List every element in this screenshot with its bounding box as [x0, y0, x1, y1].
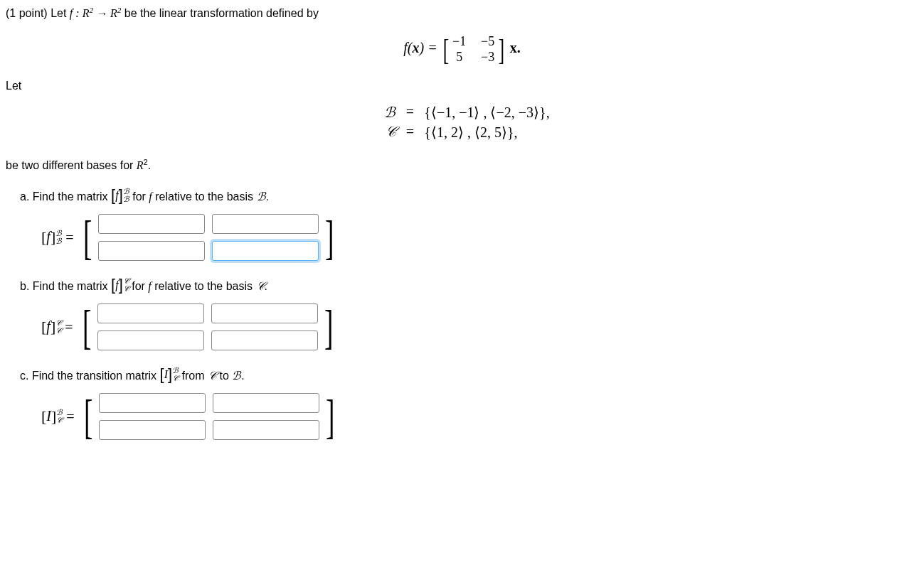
part-c-text: c. Find the transition matrix [I]ℬ𝒞 from…: [20, 365, 918, 384]
part-a-label: [f]ℬℬ =: [41, 228, 74, 247]
intro-text2: be the linear transformation defined by: [124, 7, 319, 19]
footer-text: be two different bases for R2.: [6, 158, 918, 172]
part-a-text: a. Find the matrix [f]ℬℬ for f relative …: [20, 186, 918, 205]
input-c-11[interactable]: [99, 393, 206, 413]
m-a21: 5: [451, 50, 468, 65]
m-a12: −5: [479, 34, 496, 50]
problem-intro: (1 point) Let f : R2 → R2 be the linear …: [6, 6, 918, 20]
right-bracket-c: ]: [326, 392, 334, 441]
input-c-12[interactable]: [213, 393, 319, 413]
let-label: Let: [6, 80, 918, 92]
matrix-2x2: [ −1 −5 5 −3 ]: [441, 34, 506, 65]
part-c-matrix-input: [I]ℬ𝒞 = [ ]: [41, 392, 918, 441]
right-bracket-a: ]: [325, 213, 334, 262]
basis-c-set: {⟨1, 2⟩ , ⟨2, 5⟩},: [424, 124, 517, 141]
input-c-21[interactable]: [99, 420, 206, 440]
intro-text1: Let: [51, 7, 70, 19]
fx-suffix: x.: [510, 41, 521, 56]
eq-sign-b: =: [395, 104, 424, 120]
points-label: (1 point): [6, 7, 48, 19]
fx-label: f(x) =: [403, 41, 440, 56]
m-a22: −3: [479, 50, 496, 65]
input-c-22[interactable]: [213, 420, 319, 440]
part-a-matrix-input: [f]ℬℬ = [ ]: [41, 213, 918, 262]
main-equation: f(x) = [ −1 −5 5 −3 ] x.: [6, 34, 918, 65]
input-a-11[interactable]: [98, 214, 205, 234]
right-bracket-b: ]: [324, 303, 333, 351]
input-b-12[interactable]: [211, 303, 318, 323]
left-bracket-a: [: [83, 213, 92, 262]
input-a-22[interactable]: [212, 241, 319, 261]
left-bracket-c: [: [84, 392, 92, 441]
bases-definitions: ℬ = {⟨−1, −1⟩ , ⟨−2, −3⟩}, 𝒞 = {⟨1, 2⟩ ,…: [6, 101, 918, 144]
eq-sign-c: =: [395, 124, 424, 140]
part-c-label: [I]ℬ𝒞 =: [41, 407, 75, 426]
input-b-21[interactable]: [97, 331, 204, 350]
part-b-label: [f]𝒞𝒞 =: [41, 318, 73, 336]
m-a11: −1: [451, 34, 468, 50]
basis-b-set: {⟨−1, −1⟩ , ⟨−2, −3⟩},: [424, 104, 549, 121]
input-b-22[interactable]: [211, 331, 318, 350]
basis-c-symbol: 𝒞: [374, 124, 395, 140]
left-bracket-b: [: [83, 303, 91, 351]
basis-b-symbol: ℬ: [374, 104, 395, 121]
part-b-text: b. Find the matrix [f]𝒞𝒞 for f relative …: [20, 276, 918, 294]
intro-func: f : R2 → R2: [70, 7, 122, 19]
input-b-11[interactable]: [97, 303, 204, 323]
input-a-21[interactable]: [98, 241, 205, 261]
part-b-matrix-input: [f]𝒞𝒞 = [ ]: [41, 303, 918, 351]
input-a-12[interactable]: [212, 214, 319, 234]
